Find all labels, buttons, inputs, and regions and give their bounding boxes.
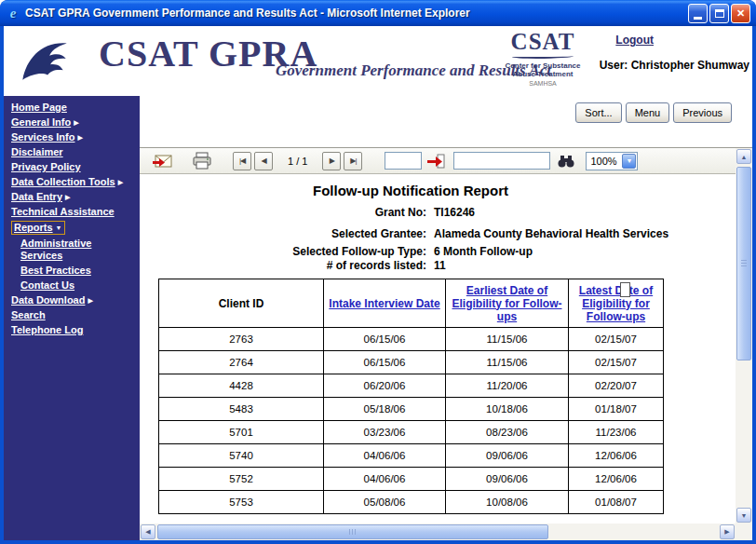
horizontal-scroll-thumb[interactable] xyxy=(157,524,548,539)
horizontal-scrollbar[interactable]: ◀ ▶ xyxy=(140,524,736,540)
csat-logo-swoosh xyxy=(512,54,574,59)
report-title: Follow-up Notification Report xyxy=(140,183,682,198)
sidebar-item-privacy-policy[interactable]: Privacy Policy xyxy=(4,160,140,174)
sidebar-item-administrative-services[interactable]: Administrative Services xyxy=(4,237,140,263)
column-header-client-id: Client ID xyxy=(159,279,324,328)
column-header-link[interactable]: Intake Interview Date xyxy=(329,297,439,310)
sidebar-item-label: Disclaimer xyxy=(11,146,63,157)
sidebar-item-data-entry[interactable]: Data Entry▶ xyxy=(4,190,140,204)
sidebar-item-label: Administrative Services xyxy=(20,238,91,261)
minimize-icon xyxy=(694,17,702,20)
logout-link[interactable]: Logout xyxy=(615,34,654,47)
column-header-link[interactable]: Latest Date of Eligibility for Follow-up… xyxy=(579,284,653,323)
sidebar-item-label: Data Download xyxy=(11,294,85,306)
scroll-up-button[interactable]: ▲ xyxy=(736,149,751,164)
submenu-arrow-icon: ▼ xyxy=(56,224,62,231)
sidebar-item-search[interactable]: Search xyxy=(4,308,140,322)
search-input[interactable] xyxy=(453,152,550,170)
user-label: User: Christopher Shumway xyxy=(600,59,749,72)
sidebar-nav: Home Page General Info▶ Services Info▶ D… xyxy=(4,96,140,540)
sidebar-item-data-collection-tools[interactable]: Data Collection Tools▶ xyxy=(4,175,140,189)
cell-client-id: 5753 xyxy=(159,491,324,514)
printer-icon xyxy=(192,152,212,170)
scroll-right-button[interactable]: ▶ xyxy=(720,524,735,539)
sidebar-item-label: Data Collection Tools xyxy=(11,176,115,187)
last-page-button[interactable]: ▶| xyxy=(344,152,362,170)
table-row: 2763 06/15/06 11/15/06 02/15/07 xyxy=(159,328,664,351)
cell-latest-date: 01/08/07 xyxy=(569,491,664,514)
sidebar-item-label: Reports xyxy=(14,222,53,233)
cell-earliest-date: 09/06/06 xyxy=(446,444,569,468)
sidebar-item-best-practices[interactable]: Best Practices xyxy=(4,264,140,278)
report-field-records-listed: # of records listed: 11 xyxy=(140,259,736,273)
sidebar-item-data-download[interactable]: Data Download▶ xyxy=(4,293,140,307)
column-header-earliest-eligibility[interactable]: Earliest Date of Eligibility for Follow-… xyxy=(446,279,569,328)
csat-logo: CSAT Center for Substance Abuse Treatmen… xyxy=(505,30,581,87)
sidebar-item-services-info[interactable]: Services Info▶ xyxy=(4,130,140,144)
title-bar[interactable]: e CSAT GPRA Government Performance and R… xyxy=(0,0,756,26)
report-viewer: |◀ ◀ 1 / 1 ▶ ▶| xyxy=(140,147,752,540)
sidebar-item-contact-us[interactable]: Contact Us xyxy=(4,279,140,292)
minimize-button[interactable] xyxy=(688,4,708,23)
hhs-logo xyxy=(13,30,74,91)
goto-page-input[interactable] xyxy=(385,152,422,170)
cell-earliest-date: 10/18/06 xyxy=(446,398,569,421)
prev-page-button[interactable]: ◀ xyxy=(254,152,273,170)
sidebar-item-disclaimer[interactable]: Disclaimer xyxy=(4,145,140,159)
cell-client-id: 2763 xyxy=(159,328,324,351)
column-header-link[interactable]: Earliest Date of Eligibility for Follow-… xyxy=(452,284,562,323)
main-area: Home Page General Info▶ Services Info▶ D… xyxy=(4,96,752,540)
field-label: Grant No: xyxy=(140,206,426,220)
sidebar-item-home-page[interactable]: Home Page xyxy=(4,101,140,115)
csat-logo-line2: Abuse Treatment xyxy=(505,70,581,78)
sidebar-item-telephone-log[interactable]: Telephone Log xyxy=(4,323,140,337)
field-label: Selected Follow-up Type: xyxy=(140,245,426,259)
submenu-arrow-icon: ▶ xyxy=(118,179,123,185)
table-row: 2764 06/15/06 11/15/06 02/15/07 xyxy=(159,351,664,374)
export-button[interactable] xyxy=(151,150,175,172)
browser-window: e CSAT GPRA Government Performance and R… xyxy=(0,0,756,544)
first-page-button[interactable]: |◀ xyxy=(233,152,251,170)
sidebar-item-general-info[interactable]: General Info▶ xyxy=(4,116,140,129)
next-page-button[interactable]: ▶ xyxy=(322,152,341,170)
scroll-left-button[interactable]: ◀ xyxy=(141,524,155,539)
column-header-intake-interview-date[interactable]: Intake Interview Date xyxy=(324,279,446,328)
cell-client-id: 5740 xyxy=(159,444,324,468)
field-label: # of records listed: xyxy=(140,259,426,273)
vertical-scrollbar[interactable]: ▲ ▼ xyxy=(736,148,752,524)
cell-earliest-date: 08/23/06 xyxy=(446,421,569,444)
report-action-buttons: Sort... Menu Previous xyxy=(575,102,732,123)
report-field-followup-type: Selected Follow-up Type: 6 Month Follow-… xyxy=(140,245,736,259)
submenu-arrow-icon: ▶ xyxy=(88,297,92,304)
zoom-select[interactable]: 100% ▼ xyxy=(586,152,638,170)
cell-earliest-date: 09/06/06 xyxy=(446,468,569,491)
search-button[interactable] xyxy=(554,150,578,172)
field-value: TI16246 xyxy=(434,206,475,220)
sidebar-item-technical-assistance[interactable]: Technical Assistance xyxy=(4,205,140,219)
column-header-latest-eligibility[interactable]: Latest Date of Eligibility for Follow-up… xyxy=(569,279,664,328)
app-header: CSAT GPRA Government Performance and Res… xyxy=(4,26,752,96)
sidebar-item-label: Services Info xyxy=(11,131,74,143)
menu-button[interactable]: Menu xyxy=(626,102,670,123)
previous-button[interactable]: Previous xyxy=(673,102,732,123)
scroll-down-button[interactable]: ▼ xyxy=(736,508,751,523)
maximize-button[interactable] xyxy=(709,4,729,23)
ie-icon: e xyxy=(6,6,20,20)
close-button[interactable]: ✕ xyxy=(731,4,750,23)
report-page: Follow-up Notification Report Grant No: … xyxy=(140,174,736,524)
sort-button[interactable]: Sort... xyxy=(575,102,621,123)
sidebar-item-label: Technical Assistance xyxy=(11,206,115,217)
goto-page-button[interactable] xyxy=(424,150,448,172)
cell-client-id: 2764 xyxy=(159,351,324,374)
print-button[interactable] xyxy=(190,150,214,172)
cell-latest-date: 02/20/07 xyxy=(569,374,664,398)
field-value: Alameda County Behavioral Health Service… xyxy=(434,227,668,241)
cell-latest-date: 01/18/07 xyxy=(569,398,664,421)
cell-intake-date: 06/15/06 xyxy=(324,351,446,374)
table-row: 5701 03/23/06 08/23/06 11/23/06 xyxy=(159,421,664,444)
vertical-scroll-thumb[interactable] xyxy=(736,167,751,360)
field-value: 11 xyxy=(434,259,446,273)
zoom-dropdown-icon: ▼ xyxy=(622,154,636,169)
sidebar-item-reports[interactable]: Reports▼ xyxy=(4,220,140,236)
report-field-selected-grantee: Selected Grantee: Alameda County Behavio… xyxy=(140,227,736,241)
